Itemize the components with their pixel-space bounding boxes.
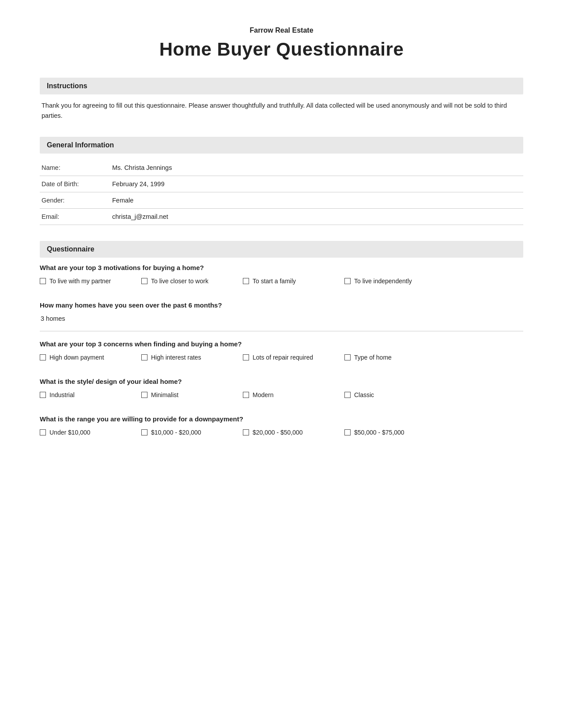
email-row: Email: christa_j@zmail.net xyxy=(40,209,523,225)
motivation-option-4[interactable]: To live independently xyxy=(344,278,433,285)
style-option-2[interactable]: Minimalist xyxy=(141,391,230,398)
name-value: Ms. Christa Jennings xyxy=(112,164,521,171)
gender-row: Gender: Female xyxy=(40,192,523,209)
style-label-3: Modern xyxy=(253,391,273,398)
style-option-4[interactable]: Classic xyxy=(344,391,433,398)
instructions-section: Instructions Thank you for agreeing to f… xyxy=(40,78,523,121)
question-downpayment: What is the range you are willing to pro… xyxy=(40,415,523,440)
checkbox-icon-3[interactable] xyxy=(243,278,249,284)
checkbox-icon-1[interactable] xyxy=(40,278,46,284)
general-info-section: General Information Name: Ms. Christa Je… xyxy=(40,137,523,225)
style-option-3[interactable]: Modern xyxy=(243,391,331,398)
general-info-heading: General Information xyxy=(40,137,523,154)
downpayment-options: Under $10,000 $10,000 - $20,000 $20,000 … xyxy=(40,429,523,436)
checkbox-icon-2[interactable] xyxy=(141,278,147,284)
downpayment-option-1[interactable]: Under $10,000 xyxy=(40,429,128,436)
homes-seen-answer: 3 homes xyxy=(40,315,523,322)
concern-label-1: High down payment xyxy=(49,354,104,361)
style-checkbox-1[interactable] xyxy=(40,392,46,398)
concern-label-2: High interest rates xyxy=(151,354,201,361)
concern-label-4: Type of home xyxy=(354,354,392,361)
questionnaire-section: Questionnaire What are your top 3 motiva… xyxy=(40,241,523,440)
downpayment-label-2: $10,000 - $20,000 xyxy=(151,429,201,436)
downpayment-question: What is the range you are willing to pro… xyxy=(40,415,523,423)
downpayment-option-2[interactable]: $10,000 - $20,000 xyxy=(141,429,230,436)
downpayment-checkbox-2[interactable] xyxy=(141,429,147,435)
motivation-label-2: To live closer to work xyxy=(151,278,208,285)
concern-option-1[interactable]: High down payment xyxy=(40,354,128,361)
downpayment-label-1: Under $10,000 xyxy=(49,429,91,436)
concern-label-3: Lots of repair required xyxy=(253,354,313,361)
style-label-1: Industrial xyxy=(49,391,75,398)
motivation-option-3[interactable]: To start a family xyxy=(243,278,331,285)
dob-row: Date of Birth: February 24, 1999 xyxy=(40,176,523,192)
concern-checkbox-1[interactable] xyxy=(40,354,46,360)
style-label-2: Minimalist xyxy=(151,391,178,398)
concerns-question: What are your top 3 concerns when findin… xyxy=(40,340,523,348)
dob-value: February 24, 1999 xyxy=(112,180,521,188)
motivation-label-1: To live with my partner xyxy=(49,278,111,285)
concern-option-2[interactable]: High interest rates xyxy=(141,354,230,361)
instructions-body: Thank you for agreeing to fill out this … xyxy=(40,101,523,121)
email-value: christa_j@zmail.net xyxy=(112,213,521,220)
question-homes-seen: How many homes have you seen over the pa… xyxy=(40,301,523,331)
checkbox-icon-4[interactable] xyxy=(344,278,351,284)
dob-label: Date of Birth: xyxy=(42,180,112,188)
question-home-style: What is the style/ design of your ideal … xyxy=(40,378,523,403)
downpayment-label-3: $20,000 - $50,000 xyxy=(253,429,303,436)
concern-option-4[interactable]: Type of home xyxy=(344,354,433,361)
downpayment-checkbox-1[interactable] xyxy=(40,429,46,435)
downpayment-label-4: $50,000 - $75,000 xyxy=(354,429,404,436)
instructions-heading: Instructions xyxy=(40,78,523,94)
motivations-options: To live with my partner To live closer t… xyxy=(40,278,523,285)
concern-option-3[interactable]: Lots of repair required xyxy=(243,354,331,361)
style-label-4: Classic xyxy=(354,391,374,398)
downpayment-checkbox-3[interactable] xyxy=(243,429,249,435)
downpayment-option-3[interactable]: $20,000 - $50,000 xyxy=(243,429,331,436)
gender-label: Gender: xyxy=(42,197,112,204)
style-checkbox-2[interactable] xyxy=(141,392,147,398)
email-label: Email: xyxy=(42,213,112,220)
motivation-label-3: To start a family xyxy=(253,278,296,285)
homes-seen-question: How many homes have you seen over the pa… xyxy=(40,301,523,309)
name-row: Name: Ms. Christa Jennings xyxy=(40,160,523,176)
motivation-label-4: To live independently xyxy=(354,278,412,285)
question-concerns: What are your top 3 concerns when findin… xyxy=(40,340,523,365)
motivation-option-1[interactable]: To live with my partner xyxy=(40,278,128,285)
company-name: Farrow Real Estate xyxy=(40,26,523,34)
concerns-options: High down payment High interest rates Lo… xyxy=(40,354,523,361)
motivations-question: What are your top 3 motivations for buyi… xyxy=(40,264,523,271)
downpayment-checkbox-4[interactable] xyxy=(344,429,351,435)
gender-value: Female xyxy=(112,197,521,204)
downpayment-option-4[interactable]: $50,000 - $75,000 xyxy=(344,429,433,436)
style-checkbox-4[interactable] xyxy=(344,392,351,398)
style-option-1[interactable]: Industrial xyxy=(40,391,128,398)
concern-checkbox-3[interactable] xyxy=(243,354,249,360)
motivation-option-2[interactable]: To live closer to work xyxy=(141,278,230,285)
name-label: Name: xyxy=(42,164,112,171)
style-checkbox-3[interactable] xyxy=(243,392,249,398)
home-style-question: What is the style/ design of your ideal … xyxy=(40,378,523,385)
question-motivations: What are your top 3 motivations for buyi… xyxy=(40,264,523,289)
style-options: Industrial Minimalist Modern Classic xyxy=(40,391,523,398)
concern-checkbox-4[interactable] xyxy=(344,354,351,360)
concern-checkbox-2[interactable] xyxy=(141,354,147,360)
questionnaire-heading: Questionnaire xyxy=(40,241,523,258)
page-title: Home Buyer Questionnaire xyxy=(40,39,523,60)
